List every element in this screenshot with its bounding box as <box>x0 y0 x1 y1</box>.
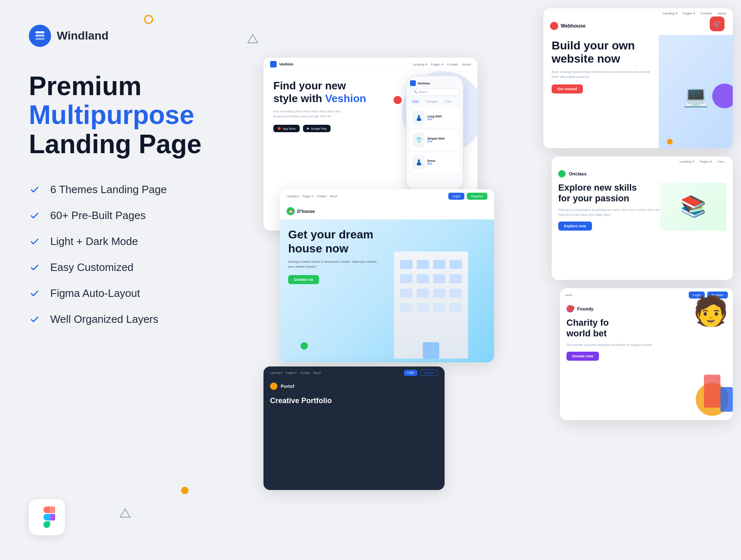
veshion-phone-mockup: Veshion 🔍 Search... Shirt Cardigan Coat … <box>406 75 464 191</box>
onclass-sub: Find your true passion by joining our cl… <box>558 208 660 217</box>
preview-card-dhouse: Landing ▾Pages ▾ContactAbout Login Regis… <box>280 189 494 362</box>
portof-brand: Portof <box>263 379 445 393</box>
googleplay-button[interactable]: ▶ Google Play <box>303 125 331 132</box>
feature-item-3: Light + Dark Mode <box>29 235 214 248</box>
dhouse-brand-name: D'house <box>297 209 315 214</box>
dhouse-headline: Get your dreamhouse now <box>288 228 379 255</box>
svg-rect-20 <box>417 303 429 312</box>
veshion-float-red <box>394 96 402 104</box>
svg-rect-17 <box>433 289 445 298</box>
webhouse-brand-icon <box>550 22 558 30</box>
dhouse-auth: Login Register <box>448 193 487 200</box>
portof-content: Creative Portfolio <box>263 393 445 409</box>
left-panel: Windland Premium Multipurpose Landing Pa… <box>0 0 239 560</box>
svg-rect-10 <box>450 260 462 269</box>
check-icon-2 <box>29 210 40 222</box>
deco-circle-top <box>144 15 153 24</box>
svg-rect-19 <box>400 303 412 312</box>
headline-plain: Premium <box>29 71 142 101</box>
dhouse-login-btn[interactable]: Login <box>448 193 465 200</box>
webhouse-nav: Landing ▾ Pages ▾ Contact About <box>543 8 733 17</box>
feature-item-6: Well Organized Layers <box>29 313 214 326</box>
dhouse-register-btn[interactable]: Register <box>467 193 487 200</box>
dhouse-nav-links: Landing ▾Pages ▾ContactAbout <box>287 195 337 198</box>
svg-rect-21 <box>433 303 445 312</box>
dhouse-cta[interactable]: Contact us <box>288 275 319 284</box>
onclass-cta[interactable]: Explore now <box>558 222 592 231</box>
svg-rect-0 <box>35 31 44 33</box>
onclass-brand-icon <box>558 170 566 177</box>
portof-login-btn[interactable]: Login <box>404 370 417 376</box>
veshion-subtext: Buy something has never been easy now, l… <box>273 109 356 119</box>
cart-icon: 🛒 <box>710 16 725 31</box>
headline-line2: Landing Page <box>29 129 202 159</box>
webhouse-brand: Webhouse <box>550 22 585 30</box>
dhouse-sub: Having a sweet home is everyone's dream.… <box>288 259 379 269</box>
svg-rect-15 <box>400 289 412 298</box>
onclass-brand-name: Onclass <box>569 171 587 176</box>
onclass-illustration: 📚 <box>660 182 726 231</box>
headline-block: Premium Multipurpose Landing Page <box>29 72 214 159</box>
foundy-person: 🧑 <box>667 288 733 420</box>
check-icon-5 <box>29 288 40 299</box>
portof-brand-name: Portof <box>281 384 294 389</box>
foundy-brand-name: Foundy <box>577 306 594 311</box>
phone-search[interactable]: 🔍 Search... <box>410 89 459 96</box>
feature-item-2: 60+ Pre-Built Pages <box>29 209 214 222</box>
portof-register-btn[interactable]: Register <box>420 370 438 376</box>
svg-rect-11 <box>400 274 412 283</box>
onclass-nav: Landing ▾ Pages ▾ Con... <box>552 156 733 165</box>
portof-auth: Login Register <box>404 370 438 376</box>
svg-rect-1 <box>35 35 44 37</box>
webhouse-sub: Build strategic partnerships between loc… <box>552 70 650 79</box>
feature-label-6: Well Organized Layers <box>50 313 158 326</box>
features-list: 6 Themes Landing Page 60+ Pre-Built Page… <box>29 183 214 326</box>
dhouse-brand-icon: 🏠 <box>287 207 295 215</box>
windland-logo-icon <box>29 25 51 47</box>
svg-rect-23 <box>423 342 439 359</box>
preview-card-webhouse: Landing ▾ Pages ▾ Contact About Webhouse… <box>543 8 733 148</box>
foundy-cta[interactable]: Donate now <box>566 352 599 361</box>
webhouse-yellow-dot <box>667 139 673 145</box>
check-icon-6 <box>29 314 40 325</box>
check-icon-4 <box>29 262 40 273</box>
svg-rect-7 <box>400 260 412 269</box>
feature-label-3: Light + Dark Mode <box>50 235 138 248</box>
webhouse-headline: Build your ownwebsite now <box>552 39 650 65</box>
veshion-store-buttons: 🍎 App Store ▶ Google Play <box>273 125 394 132</box>
svg-marker-4 <box>120 509 130 517</box>
phone-product-3: 👗 Dress $28 <box>410 152 459 172</box>
preview-card-portof: Landing ▾Pages ▾ContactAbout Login Regis… <box>263 366 445 490</box>
svg-rect-2 <box>35 38 44 40</box>
check-icon-3 <box>29 236 40 247</box>
portof-headline: Creative Portfolio <box>270 397 438 406</box>
veshion-nav-brand: Veshion <box>279 62 294 66</box>
dhouse-brand: 🏠 D'house <box>287 207 315 215</box>
phone-product-1: 👗 Long Shirt $34 <box>410 108 459 128</box>
building-illustration <box>372 219 490 362</box>
svg-rect-22 <box>450 303 462 312</box>
svg-rect-9 <box>433 260 445 269</box>
preview-card-foundy: Landi... Login Register ❤️ Foundy Charit… <box>560 288 733 420</box>
feature-item-4: Easy Customized <box>29 261 214 274</box>
svg-rect-13 <box>433 274 445 283</box>
svg-rect-18 <box>450 289 462 298</box>
veshion-nav-links: Landing ▾ Pages ▾ Contact About <box>412 63 471 66</box>
preview-card-onclass: Landing ▾ Pages ▾ Con... Onclass Explore… <box>552 156 733 280</box>
check-icon-1 <box>29 184 40 196</box>
feature-label-2: 60+ Pre-Built Pages <box>50 209 146 222</box>
veshion-headline: Find your newstyle with Veshion <box>273 79 394 105</box>
phone-products: 👗 Long Shirt $34 👕 Striped Shirt <box>410 108 459 172</box>
svg-rect-12 <box>417 274 429 283</box>
feature-item-1: 6 Themes Landing Page <box>29 183 214 196</box>
deco-circle-bottom <box>181 487 189 494</box>
feature-label-4: Easy Customized <box>50 261 133 274</box>
logo-row: Windland <box>29 25 214 47</box>
webhouse-cta[interactable]: Get started <box>552 84 583 93</box>
svg-rect-14 <box>450 274 462 283</box>
dhouse-green-dot <box>301 342 308 350</box>
phone-tabs: Shirt Cardigan Coat <box>410 99 459 104</box>
appstore-button[interactable]: 🍎 App Store <box>273 125 300 132</box>
figma-badge <box>29 499 65 535</box>
main-headline: Premium Multipurpose Landing Page <box>29 72 214 159</box>
